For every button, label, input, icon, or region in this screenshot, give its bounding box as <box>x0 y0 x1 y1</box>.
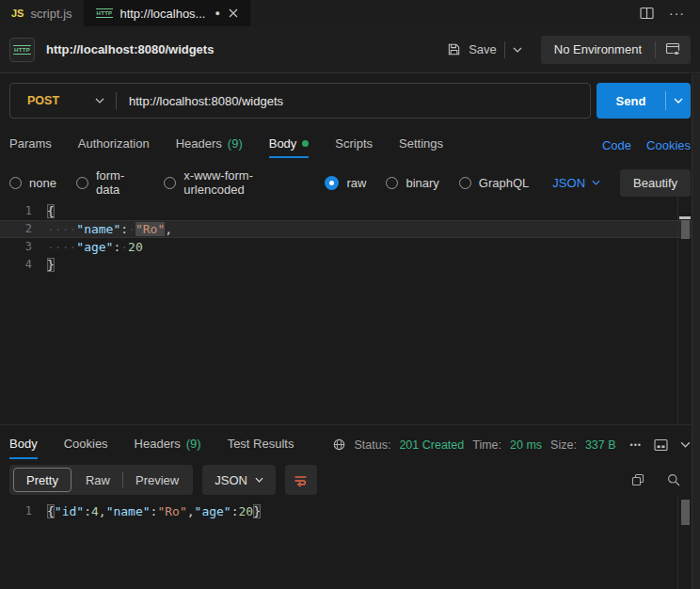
radio-raw[interactable]: raw <box>325 176 366 190</box>
send-button[interactable]: Send <box>597 83 691 119</box>
tab-label: script.js <box>30 7 72 21</box>
send-label: Send <box>597 94 665 108</box>
code-line[interactable]: 4 } <box>0 256 700 274</box>
headers-count-badge: (9) <box>228 136 243 151</box>
open-in-panel-icon[interactable] <box>654 438 668 452</box>
bracket: } <box>47 258 55 272</box>
pretty-view-button[interactable]: Pretty <box>13 468 72 492</box>
send-options-chevron-icon[interactable] <box>666 98 691 103</box>
tab-headers[interactable]: Headers (9) <box>176 133 243 158</box>
line-number: 4 <box>0 256 47 274</box>
body-type-options: none form-data x-www-form-urlencoded raw… <box>9 167 691 198</box>
postman-vscode-window: JS script.js HTTP http://localhos... ● ·… <box>0 0 700 589</box>
scrollbar-thumb[interactable] <box>681 500 690 525</box>
radio-binary[interactable]: binary <box>386 176 438 190</box>
line-number: 1 <box>0 502 47 520</box>
tab-test-results[interactable]: Test Results <box>228 433 294 459</box>
code-line-active[interactable]: 2 ····"name":·"Ro", <box>0 220 700 238</box>
body-has-content-dot-icon <box>302 140 309 147</box>
http-request-icon: HTTP <box>96 8 114 18</box>
tab-response-cookies[interactable]: Cookies <box>64 433 108 459</box>
request-header: HTTP http://localhost:8080/widgets Save … <box>0 26 700 73</box>
line-number: 1 <box>0 202 47 220</box>
request-links: Code Cookies <box>602 138 691 158</box>
word-wrap-toggle-button[interactable] <box>285 465 317 495</box>
response-scrollbar[interactable] <box>677 495 692 589</box>
cookies-link[interactable]: Cookies <box>646 138 691 152</box>
radio-circle-icon[interactable] <box>76 177 88 189</box>
response-meta-actions: ••• <box>630 438 691 452</box>
scrollbar-thumb[interactable] <box>681 220 690 239</box>
preview-view-button[interactable]: Preview <box>123 468 191 492</box>
save-dropdown-chevron-icon[interactable] <box>513 47 522 53</box>
radio-selected-icon[interactable] <box>325 176 339 190</box>
tab-params[interactable]: Params <box>9 133 52 158</box>
radio-circle-icon[interactable] <box>386 177 398 189</box>
collapse-response-chevron-icon[interactable] <box>680 441 691 448</box>
tab-settings[interactable]: Settings <box>399 133 443 158</box>
modified-indicator-icon: ● <box>215 8 219 18</box>
radio-graphql[interactable]: GraphQL <box>459 176 529 190</box>
save-button[interactable]: Save <box>469 42 497 56</box>
more-options-icon[interactable]: ••• <box>630 440 642 450</box>
close-icon[interactable] <box>229 8 238 18</box>
tab-body[interactable]: Body <box>269 133 310 158</box>
split-editor-icon[interactable] <box>640 7 654 20</box>
response-language-dropdown[interactable]: JSON <box>202 465 276 495</box>
code-line[interactable]: 1 { <box>0 202 700 220</box>
tab-response-body[interactable]: Body <box>9 433 38 459</box>
tab-scripts[interactable]: Scripts <box>335 133 373 158</box>
bracket: { <box>47 504 55 518</box>
response-headers-count-badge: (9) <box>186 437 201 451</box>
response-actions <box>630 472 691 487</box>
tab-authorization[interactable]: Authorization <box>78 133 150 158</box>
code-link[interactable]: Code <box>602 138 631 152</box>
save-icon <box>447 42 461 56</box>
globe-icon[interactable] <box>332 438 346 452</box>
raw-view-button[interactable]: Raw <box>73 468 122 492</box>
bracket: { <box>47 204 55 218</box>
request-title: http://localhost:8080/widgets <box>46 42 214 56</box>
word-wrap-icon <box>293 472 309 488</box>
javascript-file-icon: JS <box>11 8 24 19</box>
radio-circle-icon[interactable] <box>459 177 471 189</box>
beautify-button[interactable]: Beautify <box>620 169 691 197</box>
radio-circle-icon[interactable] <box>9 177 22 189</box>
response-tabs: Body Cookies Headers (9) Test Results St… <box>0 424 700 459</box>
code-line[interactable]: 1 {"id":4,"name":"Ro","age":20} <box>0 502 700 520</box>
method-value: POST <box>27 94 59 107</box>
response-view-switcher: Pretty Raw Preview <box>9 465 193 495</box>
copy-response-icon[interactable] <box>630 472 645 487</box>
radio-form-data[interactable]: form-data <box>76 168 144 197</box>
response-meta: Status: 201 Created Time: 20 ms Size: 33… <box>332 438 692 459</box>
line-number: 2 <box>0 220 47 238</box>
response-body-editor[interactable]: 1 {"id":4,"name":"Ro","age":20} <box>0 495 700 589</box>
code-line[interactable]: 3 ····"age":·20 <box>0 238 700 256</box>
tab-response-headers[interactable]: Headers (9) <box>135 433 201 459</box>
radio-none[interactable]: none <box>9 176 56 190</box>
radio-x-www-form-urlencoded[interactable]: x-www-form-urlencoded <box>164 168 305 197</box>
status-value: 201 Created <box>399 438 464 452</box>
more-actions-icon[interactable]: ··· <box>669 6 685 21</box>
editor-tab-bar: JS script.js HTTP http://localhos... ● ·… <box>0 0 700 26</box>
divider <box>504 41 505 58</box>
request-body-editor[interactable]: 1 { 2 ····"name":·"Ro", 3 ····"age":·20 … <box>0 198 700 424</box>
save-group: Save <box>447 41 522 58</box>
response-toolbar: Pretty Raw Preview JSON <box>9 465 691 495</box>
environment-select-button[interactable]: No Environment <box>541 42 655 56</box>
tab-label: http://localhos... <box>119 7 205 21</box>
method-dropdown[interactable]: POST <box>10 94 116 107</box>
tab-script-js[interactable]: JS script.js <box>0 0 85 26</box>
size-value: 337 B <box>585 438 616 452</box>
tab-http-request[interactable]: HTTP http://localhos... ● <box>85 0 250 26</box>
http-method-badge-icon: HTTP <box>9 38 35 62</box>
radio-circle-icon[interactable] <box>164 177 176 189</box>
url-input[interactable]: http://localhost:8080/widgets <box>117 94 283 108</box>
body-language-dropdown[interactable]: JSON <box>552 176 600 190</box>
request-url-row: POST http://localhost:8080/widgets Send <box>9 83 691 119</box>
window-scrollbar-gutter[interactable] <box>692 74 700 589</box>
tabbar-actions: ··· <box>640 0 700 26</box>
editor-scrollbar[interactable] <box>677 198 692 424</box>
search-response-icon[interactable] <box>666 472 681 487</box>
environment-quick-look-icon[interactable] <box>656 41 691 57</box>
